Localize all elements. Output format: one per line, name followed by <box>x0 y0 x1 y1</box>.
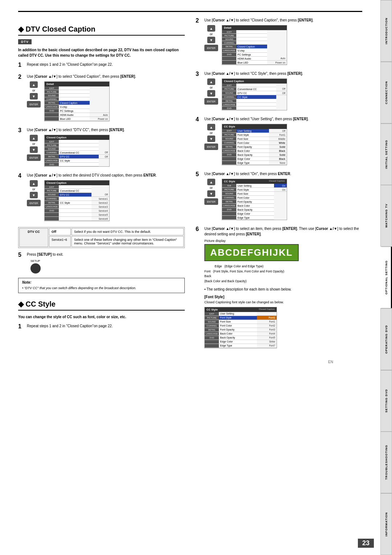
back-desc: (Back Color and Back Opacity) <box>204 279 246 283</box>
right-step2-menu: Detail EXIT PICTURE SOUND CHANNEL DETAIL… <box>222 25 287 65</box>
enter-btn-3[interactable]: ENTER <box>27 200 41 206</box>
off-desc: Select if you do not want DTV CC. This i… <box>72 228 184 235</box>
step5-text: Press [SETUP] to exit. <box>27 252 185 257</box>
service-label: Service1~6 <box>49 236 71 247</box>
r-down-btn[interactable]: ▼ <box>207 37 215 43</box>
right-step5-remote-area: ▲ or ▼ ENTER CC StyleClosed Caption Exit… <box>204 179 362 220</box>
tab-introduction[interactable]: INTRODUCTION <box>380 0 392 62</box>
tab-operating-dvd[interactable]: OPERATING DVD <box>380 308 392 370</box>
r3-down-btn[interactable]: ▼ <box>207 135 215 142</box>
dtv-title-text: DTV Closed Caption <box>26 25 95 33</box>
right-step5-num: 5 <box>196 171 202 222</box>
r-or-1: or <box>210 32 213 36</box>
tab-setting-dvd[interactable]: SETTING DVD <box>380 370 392 432</box>
up-arrow-btn-3[interactable]: ▲ <box>30 180 38 187</box>
step4-menu-sim: Closed Caption EXIT PICTUREConventional … <box>44 180 110 221</box>
right-step6: 6 Use [Cursor ▲/▼] to select an item, th… <box>196 226 362 348</box>
step1-text: Repeat steps 1 and 2 in "Closed Caption"… <box>27 62 185 67</box>
r2-down-btn[interactable]: ▼ <box>207 90 215 97</box>
right-step3-remote-area: ▲ or ▼ ENTER Closed Caption EXIT PICTURE… <box>204 78 362 110</box>
picture-display-label: Picture display <box>204 239 362 243</box>
or-label: or <box>32 89 35 92</box>
r3-enter-btn[interactable]: ENTER <box>204 143 218 150</box>
dtv-step1: 1 Repeat steps 1 and 2 in "Closed Captio… <box>18 62 185 69</box>
right-step2: 2 Use [Cursor ▲/▼] to select "Closed Cap… <box>196 17 362 66</box>
dtv-step3: 3 Use [Cursor ▲/▼] to select "DTV CC", t… <box>18 127 185 168</box>
enter-btn-2[interactable]: ENTER <box>27 154 41 161</box>
r-enter-btn[interactable]: ENTER <box>204 45 218 51</box>
dtv-cc-label: DTV CC <box>19 228 48 247</box>
right-step2-remote: ▲ or ▼ ENTER <box>204 25 218 65</box>
section-dtv-title: ◆ DTV Closed Caption <box>18 25 185 36</box>
step2-remote: ▲ or ▼ ENTER <box>27 81 41 121</box>
down-arrow-btn-2[interactable]: ▼ <box>30 146 38 153</box>
cc-step1-text: Repeat steps 1 and 2 in "Closed Caption"… <box>27 323 185 329</box>
right-step2-remote-area: ▲ or ▼ ENTER Detail EXIT PICTURE SO <box>204 25 362 65</box>
r2-enter-btn[interactable]: ENTER <box>204 98 218 105</box>
tab-initial-setting[interactable]: INITIAL SETTING <box>380 123 392 185</box>
note-content: "DTV CC" that you can switch differs dep… <box>24 286 136 290</box>
right-step4-remote-area: ▲ or ▼ ENTER CC Style EXITUser SettingOf… <box>204 124 362 165</box>
font-style-section: [Font Style] Closed Captioning font styl… <box>204 295 362 348</box>
r-up-btn[interactable]: ▲ <box>207 25 215 32</box>
service-desc: Select one of these before changing any … <box>72 236 184 247</box>
tab-optional-setting[interactable]: OPTIONAL SETTING <box>380 247 392 308</box>
right-step3-remote: ▲ or ▼ ENTER <box>204 78 218 110</box>
dtv-step4: 4 Use [Cursor ▲/▼] to select the desired… <box>18 173 185 223</box>
edge-label-row: Edge (Edge Color and Edge Type) <box>204 264 362 269</box>
cc-step1: 1 Repeat steps 1 and 2 in "Closed Captio… <box>18 323 185 331</box>
r4-or: or <box>210 186 213 190</box>
right-step4-num: 4 <box>196 116 202 167</box>
tab-information[interactable]: INFORMATION <box>380 493 392 555</box>
r4-enter-btn[interactable]: ENTER <box>204 198 218 205</box>
right-column: 2 Use [Cursor ▲/▼] to select "Closed Cap… <box>196 17 362 353</box>
right-step2-num: 2 <box>196 17 202 66</box>
step5-num: 5 <box>18 252 25 274</box>
right-step4: 4 Use [Cursor ▲/▼] to select "User Setti… <box>196 116 362 167</box>
top-decorative-line <box>18 11 362 12</box>
right-step5-remote: ▲ or ▼ ENTER <box>204 179 218 220</box>
right-step5-menu: CC StyleClosed Caption ExitUser SettingO… <box>222 179 287 220</box>
r2-up-btn[interactable]: ▲ <box>207 78 215 85</box>
abc-labels: Edge (Edge Color and Edge Type) Font (Fo… <box>204 264 362 284</box>
or-label-2: or <box>32 142 35 146</box>
tab-connection[interactable]: CONNECTION <box>380 62 392 123</box>
step2-text: Use [Cursor ▲/▼] to select "Closed Capti… <box>27 74 185 79</box>
cc-bullet: ◆ <box>18 300 24 308</box>
step2-remote-area: ▲ or ▼ ENTER Detail EXIT PICTURE SO <box>27 81 185 121</box>
tab-troubleshooting[interactable]: TROUBLESHOOTING <box>380 432 392 493</box>
step3-remote: ▲ or ▼ ENTER <box>27 135 41 167</box>
font-style-title-text: Font Style <box>205 295 223 299</box>
dtv-badge: DTV <box>18 39 32 44</box>
right-step3-menu: Closed Caption EXIT PICTUREConventional … <box>222 78 287 110</box>
dtv-step2: 2 Use [Cursor ▲/▼] to select "Closed Cap… <box>18 74 185 123</box>
back-label-row: Back (Back Color and Back Opacity) <box>204 274 362 284</box>
left-column: ◆ DTV Closed Caption DTV In addition to … <box>18 17 185 353</box>
note-box: Note: • "DTV CC" that you can switch dif… <box>18 278 185 293</box>
r3-up-btn[interactable]: ▲ <box>207 124 215 130</box>
enter-btn[interactable]: ENTER <box>27 101 41 108</box>
page-number: 23 <box>358 539 374 548</box>
side-tabs: INTRODUCTION CONNECTION INITIAL SETTING … <box>380 0 392 555</box>
step1-num: 1 <box>18 62 25 69</box>
right-step6-text: Use [Cursor ▲/▼] to select an item, then… <box>204 226 362 237</box>
r4-down-btn[interactable]: ▼ <box>207 190 215 197</box>
right-step4-menu: CC Style EXITUser SettingOff PICTUREFont… <box>222 124 287 165</box>
down-arrow-btn-3[interactable]: ▼ <box>30 192 38 198</box>
up-arrow-btn[interactable]: ▲ <box>30 81 38 88</box>
tab-watching-tv[interactable]: WATCHING TV <box>380 185 392 247</box>
right-step6-num: 6 <box>196 226 202 348</box>
abc-display: ABCDEFGHIJKL <box>210 247 293 258</box>
right-step5: 5 Use [Cursor ▲/▼] to select "On", then … <box>196 171 362 222</box>
step4-remote-area: ▲ or ▼ ENTER Closed Caption EXIT PICTURE… <box>27 180 185 221</box>
setting-note: • The setting description for each item … <box>204 287 362 292</box>
r4-up-btn[interactable]: ▲ <box>207 179 215 185</box>
down-arrow-btn[interactable]: ▼ <box>30 93 38 100</box>
cc-intro: You can change the style of CC such as f… <box>18 314 185 320</box>
setup-button[interactable] <box>30 263 41 274</box>
back-label: Back <box>204 274 211 278</box>
dtv-step5: 5 Press [SETUP] to exit. SETUP <box>18 252 185 274</box>
font-label: Font <box>204 270 211 273</box>
r3-or: or <box>210 131 213 135</box>
up-arrow-btn-2[interactable]: ▲ <box>30 135 38 141</box>
